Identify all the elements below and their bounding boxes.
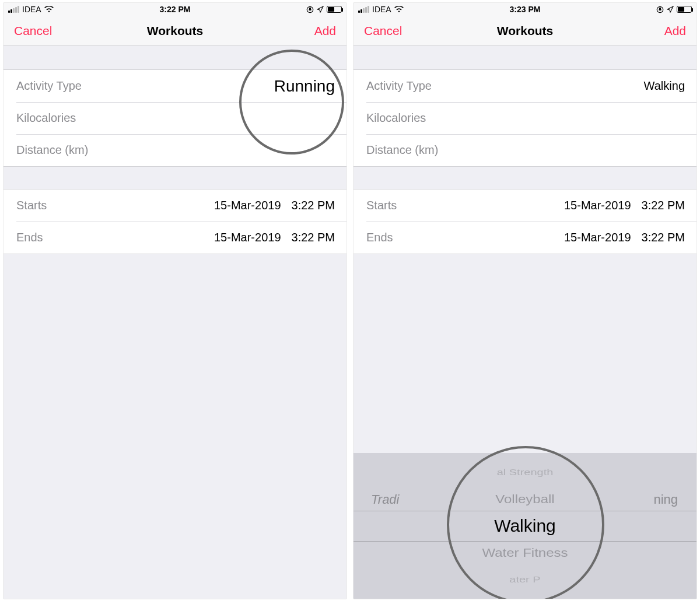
row-kilocalories[interactable]: Kilocalories — [354, 102, 696, 134]
add-button[interactable]: Add — [314, 24, 336, 38]
orientation-lock-icon — [656, 6, 664, 13]
group-spacer — [354, 46, 696, 69]
signal-icon — [8, 6, 19, 13]
screenshot-left: IDEA 3:22 PM Cancel Workouts Add — [3, 2, 347, 599]
carrier-label: IDEA — [372, 5, 391, 14]
add-button[interactable]: Add — [664, 24, 686, 38]
nav-bar: Cancel Workouts Add — [354, 16, 696, 46]
picker-item-selected[interactable]: Walking — [354, 512, 696, 539]
picker-item[interactable]: al Strength — [354, 463, 696, 482]
nav-title: Workouts — [147, 24, 203, 38]
picker-item[interactable]: ater P — [354, 570, 696, 589]
group-activity: Activity Type Walking Kilocalories Dista… — [354, 69, 696, 167]
status-time: 3:23 PM — [510, 5, 541, 14]
row-starts[interactable]: Starts 15-Mar-2019 3:22 PM — [4, 189, 346, 222]
picker-item[interactable]: Volleyball — [354, 487, 696, 510]
row-starts[interactable]: Starts 15-Mar-2019 3:22 PM — [354, 189, 696, 222]
ends-date: 15-Mar-2019 — [564, 231, 631, 244]
starts-date: 15-Mar-2019 — [214, 199, 281, 212]
group-activity: Activity Type Running Kilocalories Dista… — [4, 69, 346, 167]
row-label: Starts — [16, 199, 47, 212]
group-spacer — [354, 167, 696, 189]
row-distance[interactable]: Distance (km) — [4, 134, 346, 166]
empty-area — [4, 286, 346, 599]
row-distance[interactable]: Distance (km) — [354, 134, 696, 166]
row-ends[interactable]: Ends 15-Mar-2019 3:22 PM — [4, 222, 346, 254]
row-label: Distance (km) — [16, 143, 88, 157]
row-label: Ends — [366, 231, 393, 244]
signal-icon — [358, 6, 369, 13]
group-spacer — [4, 46, 346, 69]
row-activity-type[interactable]: Activity Type Running — [4, 70, 346, 102]
screenshot-right: IDEA 3:23 PM Cancel Workouts Add — [353, 2, 697, 599]
picker-item[interactable]: Water Fitness — [354, 541, 696, 564]
cancel-button[interactable]: Cancel — [14, 24, 52, 38]
row-value: Walking — [644, 79, 685, 93]
row-kilocalories[interactable]: Kilocalories — [4, 102, 346, 134]
row-activity-type[interactable]: Activity Type Walking — [354, 70, 696, 102]
cancel-button[interactable]: Cancel — [364, 24, 402, 38]
row-label: Activity Type — [366, 79, 432, 93]
picker-selection-line — [354, 541, 696, 542]
group-time: Starts 15-Mar-2019 3:22 PM Ends 15-Mar-2… — [4, 189, 346, 254]
row-label: Distance (km) — [366, 143, 438, 157]
carrier-label: IDEA — [22, 5, 41, 14]
wifi-icon — [44, 6, 54, 13]
row-ends[interactable]: Ends 15-Mar-2019 3:22 PM — [354, 222, 696, 254]
battery-icon — [327, 6, 342, 13]
wifi-icon — [394, 6, 404, 13]
row-label: Starts — [366, 199, 397, 212]
status-time: 3:22 PM — [160, 5, 191, 14]
group-spacer — [4, 167, 346, 189]
group-time: Starts 15-Mar-2019 3:22 PM Ends 15-Mar-2… — [354, 189, 696, 254]
row-label: Kilocalories — [366, 111, 426, 125]
location-icon — [667, 6, 674, 13]
nav-title: Workouts — [497, 24, 553, 38]
ends-date: 15-Mar-2019 — [214, 231, 281, 244]
status-bar: IDEA 3:23 PM — [354, 3, 696, 16]
orientation-lock-icon — [306, 6, 314, 13]
activity-picker[interactable]: Tradi ning al Strength Volleyball Walkin… — [354, 453, 696, 599]
starts-date: 15-Mar-2019 — [564, 199, 631, 212]
ends-time: 3:22 PM — [642, 231, 685, 244]
status-bar: IDEA 3:22 PM — [4, 3, 346, 16]
empty-area — [354, 286, 696, 453]
row-label: Ends — [16, 231, 43, 244]
row-label: Activity Type — [16, 79, 82, 93]
picker-selection-line — [354, 511, 696, 511]
row-value: Running — [274, 77, 335, 96]
location-icon — [317, 6, 324, 13]
nav-bar: Cancel Workouts Add — [4, 16, 346, 46]
ends-time: 3:22 PM — [292, 231, 335, 244]
battery-icon — [677, 6, 692, 13]
starts-time: 3:22 PM — [292, 199, 335, 212]
row-label: Kilocalories — [16, 111, 76, 125]
starts-time: 3:22 PM — [642, 199, 685, 212]
